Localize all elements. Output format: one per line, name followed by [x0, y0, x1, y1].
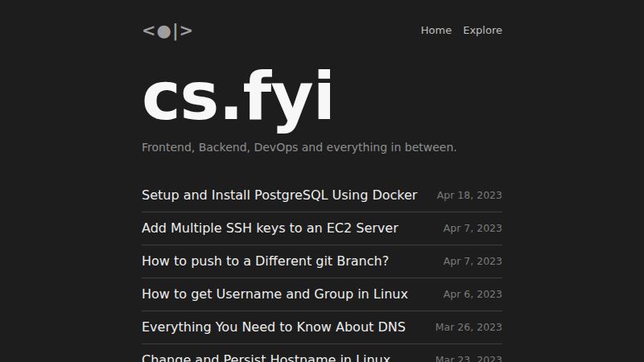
post-title[interactable]: How to push to a Different git Branch? [142, 255, 389, 268]
page-title: cs.fyi [142, 64, 502, 130]
post-title[interactable]: Setup and Install PostgreSQL Using Docke… [142, 189, 417, 202]
site-header: <●|> Home Explore [142, 0, 502, 39]
brand-logo-icon[interactable]: <●|> [142, 22, 194, 39]
post-list-item[interactable]: Add Multiple SSH keys to an EC2 Server A… [142, 212, 502, 245]
post-list-item[interactable]: Change and Persist Hostname in Linux Mar… [142, 344, 502, 362]
post-title[interactable]: Add Multiple SSH keys to an EC2 Server [142, 222, 398, 235]
nav-link-explore[interactable]: Explore [463, 24, 502, 37]
nav-link-home[interactable]: Home [421, 24, 452, 37]
page-subtitle: Frontend, Backend, DevOps and everything… [142, 141, 502, 155]
post-list: Setup and Install PostgreSQL Using Docke… [142, 179, 502, 362]
post-list-item[interactable]: How to get Username and Group in Linux A… [142, 278, 502, 311]
post-title[interactable]: Everything You Need to Know About DNS [142, 321, 406, 334]
post-date: Mar 26, 2023 [436, 322, 502, 333]
post-title[interactable]: Change and Persist Hostname in Linux [142, 354, 390, 362]
post-list-item[interactable]: Setup and Install PostgreSQL Using Docke… [142, 179, 502, 212]
post-date: Apr 6, 2023 [444, 289, 502, 300]
post-title[interactable]: How to get Username and Group in Linux [142, 288, 408, 301]
post-date: Apr 7, 2023 [444, 256, 502, 267]
post-date: Apr 18, 2023 [437, 190, 502, 201]
post-date: Mar 23, 2023 [436, 355, 502, 362]
post-list-item[interactable]: How to push to a Different git Branch? A… [142, 245, 502, 278]
top-nav: Home Explore [421, 24, 502, 37]
post-list-item[interactable]: Everything You Need to Know About DNS Ma… [142, 311, 502, 344]
page-container: <●|> Home Explore cs.fyi Frontend, Backe… [142, 0, 502, 362]
post-date: Apr 7, 2023 [444, 223, 502, 234]
